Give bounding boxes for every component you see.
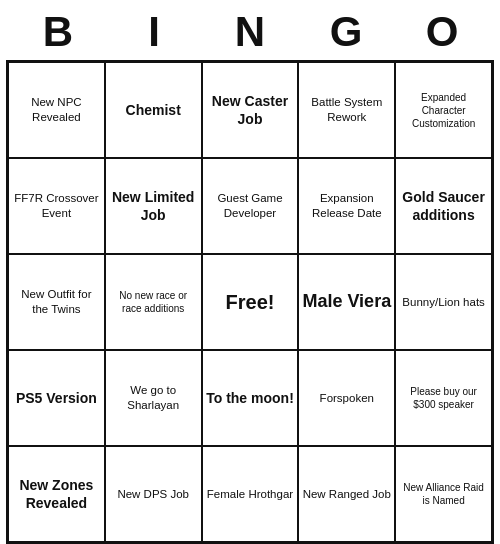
- bingo-cell-18: Forspoken: [298, 350, 395, 446]
- bingo-cell-22: Female Hrothgar: [202, 446, 299, 542]
- bingo-cell-4: Expanded Character Customization: [395, 62, 492, 158]
- bingo-cell-15: PS5 Version: [8, 350, 105, 446]
- bingo-cell-2: New Caster Job: [202, 62, 299, 158]
- bingo-cell-21: New DPS Job: [105, 446, 202, 542]
- bingo-cell-13: Male Viera: [298, 254, 395, 350]
- bingo-cell-5: FF7R Crossover Event: [8, 158, 105, 254]
- bingo-cell-14: Bunny/Lion hats: [395, 254, 492, 350]
- bingo-cell-10: New Outfit for the Twins: [8, 254, 105, 350]
- bingo-letter: I: [124, 8, 184, 56]
- bingo-cell-11: No new race or race additions: [105, 254, 202, 350]
- bingo-cell-12: Free!: [202, 254, 299, 350]
- bingo-cell-23: New Ranged Job: [298, 446, 395, 542]
- bingo-cell-3: Battle System Rework: [298, 62, 395, 158]
- bingo-cell-8: Expansion Release Date: [298, 158, 395, 254]
- bingo-grid: New NPC RevealedChemistNew Caster JobBat…: [6, 60, 494, 544]
- bingo-title: BINGO: [10, 0, 490, 60]
- bingo-letter: O: [412, 8, 472, 56]
- bingo-letter: N: [220, 8, 280, 56]
- bingo-cell-19: Please buy our $300 speaker: [395, 350, 492, 446]
- bingo-cell-24: New Alliance Raid is Named: [395, 446, 492, 542]
- bingo-cell-6: New Limited Job: [105, 158, 202, 254]
- bingo-cell-0: New NPC Revealed: [8, 62, 105, 158]
- bingo-cell-7: Guest Game Developer: [202, 158, 299, 254]
- bingo-cell-20: New Zones Revealed: [8, 446, 105, 542]
- bingo-letter: G: [316, 8, 376, 56]
- bingo-cell-9: Gold Saucer additions: [395, 158, 492, 254]
- bingo-letter: B: [28, 8, 88, 56]
- bingo-cell-16: We go to Sharlayan: [105, 350, 202, 446]
- bingo-cell-1: Chemist: [105, 62, 202, 158]
- bingo-cell-17: To the moon!: [202, 350, 299, 446]
